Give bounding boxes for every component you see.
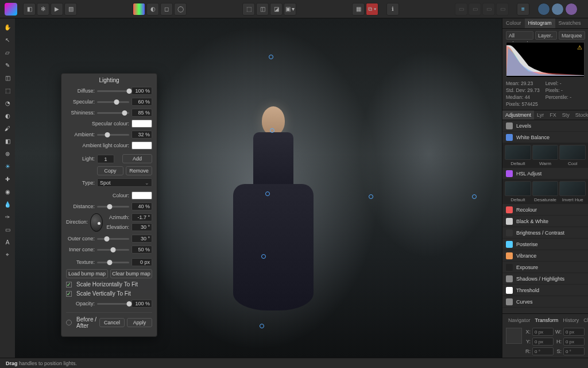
picker-tool-icon[interactable]: ⌖: [2, 250, 13, 260]
x-field[interactable]: 0 px: [532, 328, 554, 336]
marquee-tool-icon[interactable]: ⬚: [2, 85, 13, 95]
tab-colour[interactable]: Colour: [502, 18, 525, 28]
flood-tool-icon[interactable]: ◔: [2, 98, 13, 108]
adjustment-item[interactable]: Recolour: [502, 204, 588, 216]
tab-transform[interactable]: Transform: [533, 316, 561, 325]
preset-thumb[interactable]: Cool: [559, 145, 586, 166]
outer-cone-slider[interactable]: [97, 238, 129, 240]
light-number[interactable]: 1: [97, 155, 114, 163]
scale-v-checkbox[interactable]: ✓: [66, 291, 72, 297]
export-icon[interactable]: ▧: [64, 3, 77, 16]
marquee-icon[interactable]: ⬚: [242, 3, 255, 16]
marquee-select[interactable]: Marquee: [559, 31, 585, 40]
cancel-button[interactable]: Cancel: [99, 318, 125, 327]
adjustment-item[interactable]: Exposure: [502, 262, 588, 273]
circle-select-icon[interactable]: ◯: [174, 3, 187, 16]
copy-button[interactable]: Copy: [97, 166, 123, 175]
contrast-icon[interactable]: ◐: [146, 3, 159, 16]
preset-thumb[interactable]: Desaturate: [532, 181, 559, 202]
deselect-icon[interactable]: ◫: [256, 3, 269, 16]
hand-tool-icon[interactable]: ✋: [2, 22, 13, 32]
snap-icon[interactable]: ⧉ ▾: [366, 3, 378, 16]
direction-pad[interactable]: [90, 213, 103, 232]
r-field[interactable]: 0 °: [532, 347, 554, 355]
tab-brushes[interactable]: Brushes: [585, 18, 588, 28]
blob3-icon[interactable]: [565, 3, 578, 16]
heal-tool-icon[interactable]: ✚: [2, 174, 13, 184]
tab-histogram[interactable]: Histogram: [525, 18, 555, 28]
align-icon[interactable]: ≡: [517, 3, 529, 16]
dodge-tool-icon[interactable]: ◉: [2, 186, 13, 197]
light-origin-node[interactable]: [472, 194, 477, 199]
adjustment-item[interactable]: White Balance: [502, 132, 588, 143]
settings-icon[interactable]: ✻: [37, 3, 49, 16]
w-field[interactable]: 0 px: [563, 328, 585, 336]
diffuse-slider[interactable]: [97, 90, 129, 92]
lighting-tool-icon[interactable]: ☀: [2, 161, 13, 171]
texture-slider[interactable]: [97, 262, 129, 263]
diffuse-value[interactable]: 100 %: [131, 87, 152, 95]
tab-swatches[interactable]: Swatches: [555, 18, 585, 28]
before-after-toggle[interactable]: [66, 320, 72, 325]
shininess-slider[interactable]: [97, 112, 129, 114]
pen-tool-icon[interactable]: ✑: [2, 212, 13, 222]
adjustment-item[interactable]: Shadows / Highlights: [502, 273, 588, 285]
tab-styles[interactable]: Sty: [559, 110, 572, 120]
adjustment-item[interactable]: Black & White: [502, 216, 588, 227]
ambient-slider[interactable]: [97, 134, 129, 136]
light-node[interactable]: [270, 128, 274, 133]
brush-tool-icon[interactable]: ✎: [2, 60, 13, 70]
adjustment-item[interactable]: Threshold: [502, 285, 588, 296]
adjustment-item[interactable]: HSL Adjust: [502, 168, 588, 179]
ambient-colour-swatch[interactable]: [131, 141, 152, 150]
grid-icon[interactable]: ▦: [352, 3, 365, 16]
preset-thumb[interactable]: Warm: [532, 145, 559, 166]
adjustment-item[interactable]: Brightness / Contrast: [502, 227, 588, 239]
quickmask-icon[interactable]: ▣ ▾: [284, 3, 296, 16]
adjustment-item[interactable]: Posterise: [502, 239, 588, 250]
tab-channels[interactable]: Channels: [581, 316, 588, 325]
apply-button[interactable]: Apply: [127, 318, 152, 327]
h-field[interactable]: 0 px: [563, 338, 585, 346]
blur-tool-icon[interactable]: 💧: [2, 199, 13, 209]
y-field[interactable]: 0 px: [532, 338, 554, 346]
tab-stock[interactable]: Stock: [572, 110, 588, 120]
s-field[interactable]: 0 °: [563, 347, 585, 355]
add-button[interactable]: Add: [122, 154, 152, 163]
light-node[interactable]: [265, 191, 270, 196]
tab-adjustment[interactable]: Adjustment: [502, 110, 534, 120]
adjustment-item[interactable]: Vibrance: [502, 250, 588, 262]
invert-sel-icon[interactable]: ◪: [270, 3, 283, 16]
light-node[interactable]: [261, 254, 266, 259]
text-tool-icon[interactable]: A: [2, 237, 13, 247]
erase-tool-icon[interactable]: ◧: [2, 136, 13, 146]
light-node[interactable]: [269, 55, 273, 59]
remove-button[interactable]: Remove: [126, 166, 152, 175]
blob2-icon[interactable]: [551, 3, 564, 16]
canvas[interactable]: Lighting Diffuse:100 % Specular:60 % Shi…: [15, 18, 502, 358]
scale-h-checkbox[interactable]: ✓: [66, 282, 72, 288]
channels-select[interactable]: All Channels: [506, 31, 533, 40]
select-all-icon[interactable]: ◻: [160, 3, 173, 16]
inner-cone-slider[interactable]: [97, 249, 129, 251]
tab-fx[interactable]: FX: [547, 110, 559, 120]
tab-layers[interactable]: Lyr: [534, 110, 547, 120]
opacity-slider[interactable]: [97, 303, 129, 305]
assistant-icon[interactable]: ℹ: [386, 3, 399, 16]
preset-thumb[interactable]: Default: [505, 181, 531, 202]
shape-tool-icon[interactable]: ▭: [2, 224, 13, 235]
load-bump-button[interactable]: Load bump map: [66, 269, 108, 278]
light-node[interactable]: [260, 324, 264, 328]
adjustment-item[interactable]: Curves: [502, 296, 588, 308]
paint-tool-icon[interactable]: 🖌: [2, 123, 13, 133]
colour-swatch[interactable]: [131, 191, 152, 200]
adjustment-item[interactable]: Levels: [502, 120, 588, 132]
specular-colour-swatch[interactable]: [131, 120, 152, 128]
anchor-widget[interactable]: [506, 328, 522, 344]
preset-thumb[interactable]: Default: [505, 145, 531, 166]
persona-icon[interactable]: ◧: [23, 3, 36, 16]
rainbow-icon[interactable]: [133, 3, 145, 16]
clone-tool-icon[interactable]: ⊛: [2, 148, 13, 159]
blob1-icon[interactable]: [537, 3, 550, 16]
specular-slider[interactable]: [97, 101, 129, 103]
